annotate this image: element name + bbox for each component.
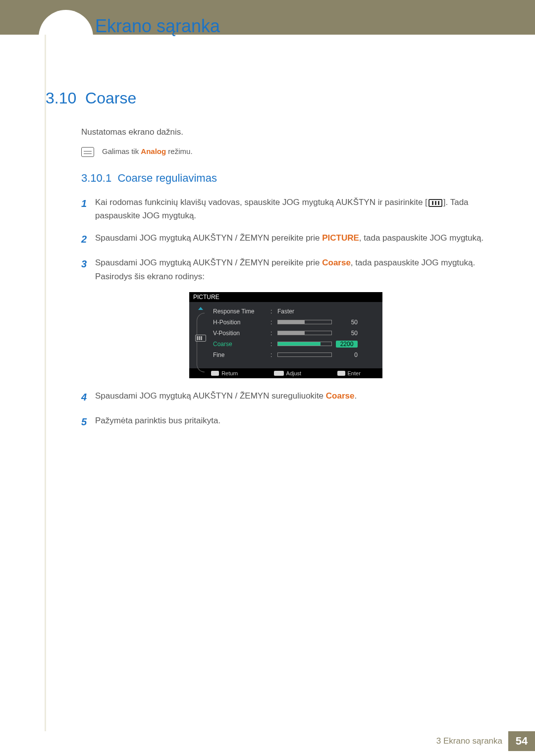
osd-enter: Enter bbox=[337, 370, 361, 376]
step: 2 Spausdami JOG mygtuką AUKŠTYN / ŽEMYN … bbox=[81, 231, 490, 247]
osd-row: Fine : 0 bbox=[213, 350, 377, 360]
step-body: Spausdami JOG mygtuką AUKŠTYN / ŽEMYN pe… bbox=[95, 231, 483, 247]
slider-bar bbox=[277, 342, 332, 346]
slider-bar bbox=[277, 331, 332, 335]
page-number: 54 bbox=[508, 731, 535, 751]
step-number: 3 bbox=[81, 256, 95, 283]
section-number: 3.10 bbox=[46, 89, 76, 107]
step-body: Spausdami JOG mygtuką AUKŠTYN / ŽEMYN pe… bbox=[95, 256, 490, 283]
subsection-title: Coarse reguliavimas bbox=[117, 172, 217, 184]
osd-row: H-Position : 50 bbox=[213, 317, 377, 328]
section-heading: 3.10 Coarse bbox=[46, 89, 490, 107]
menu-icon bbox=[428, 199, 442, 207]
osd-adjust: Adjust bbox=[274, 370, 302, 376]
step: 4 Spausdami JOG mygtuką AUKŠTYN / ŽEMYN … bbox=[81, 389, 490, 405]
osd-screenshot: PICTURE Response Time : Faster H-Positio… bbox=[189, 292, 382, 378]
intro-text: Nustatomas ekrano dažnis. bbox=[81, 127, 490, 137]
osd-row: V-Position : 50 bbox=[213, 328, 377, 339]
section-title: Coarse bbox=[85, 89, 136, 107]
arrow-up-icon bbox=[198, 307, 203, 310]
footer-label: 3 Ekrano sąranka bbox=[436, 736, 502, 746]
adjust-icon bbox=[274, 371, 284, 376]
osd-return: Return bbox=[211, 370, 238, 376]
osd-rows: Response Time : Faster H-Position : 50 V… bbox=[213, 306, 377, 360]
step: 5 Pažymėta parinktis bus pritaikyta. bbox=[81, 414, 490, 430]
steps-list: 1 Kai rodomas funkcinių klavišų vadovas,… bbox=[81, 196, 490, 430]
osd-row-selected: Coarse : 2200 bbox=[213, 339, 377, 350]
step: 1 Kai rodomas funkcinių klavišų vadovas,… bbox=[81, 196, 490, 222]
step-body: Pažymėta parinktis bus pritaikyta. bbox=[95, 414, 220, 430]
step: 3 Spausdami JOG mygtuką AUKŠTYN / ŽEMYN … bbox=[81, 256, 490, 283]
enter-icon bbox=[337, 371, 345, 376]
osd-left-rail bbox=[193, 306, 208, 360]
note-icon bbox=[81, 147, 94, 157]
arc-decoration bbox=[197, 313, 205, 372]
page-footer: 3 Ekrano sąranka 54 bbox=[0, 731, 535, 751]
osd-footer: Return Adjust Enter bbox=[189, 368, 382, 378]
step-number: 1 bbox=[81, 196, 95, 222]
slider-bar bbox=[277, 353, 332, 357]
step-body: Spausdami JOG mygtuką AUKŠTYN / ŽEMYN su… bbox=[95, 389, 357, 405]
osd-title: PICTURE bbox=[189, 292, 382, 302]
subsection-number: 3.10.1 bbox=[81, 172, 111, 184]
note-text: Galimas tik Analog režimu. bbox=[102, 147, 193, 155]
chapter-title: Ekrano sąranka bbox=[95, 16, 220, 37]
menu-icon bbox=[195, 335, 206, 342]
page-body: 3.10 Coarse Nustatomas ekrano dažnis. Ga… bbox=[46, 89, 490, 439]
osd-body: Response Time : Faster H-Position : 50 V… bbox=[189, 302, 382, 368]
chapter-badge: 3 bbox=[39, 10, 93, 64]
step-body: Kai rodomas funkcinių klavišų vadovas, s… bbox=[95, 196, 490, 222]
step-number: 5 bbox=[81, 414, 95, 430]
subsection-heading: 3.10.1 Coarse reguliavimas bbox=[81, 172, 490, 185]
step-number: 4 bbox=[81, 389, 95, 405]
return-icon bbox=[211, 371, 219, 376]
step-number: 2 bbox=[81, 231, 95, 247]
osd-row: Response Time : Faster bbox=[213, 306, 377, 317]
slider-bar bbox=[277, 320, 332, 324]
note: Galimas tik Analog režimu. bbox=[81, 147, 490, 157]
